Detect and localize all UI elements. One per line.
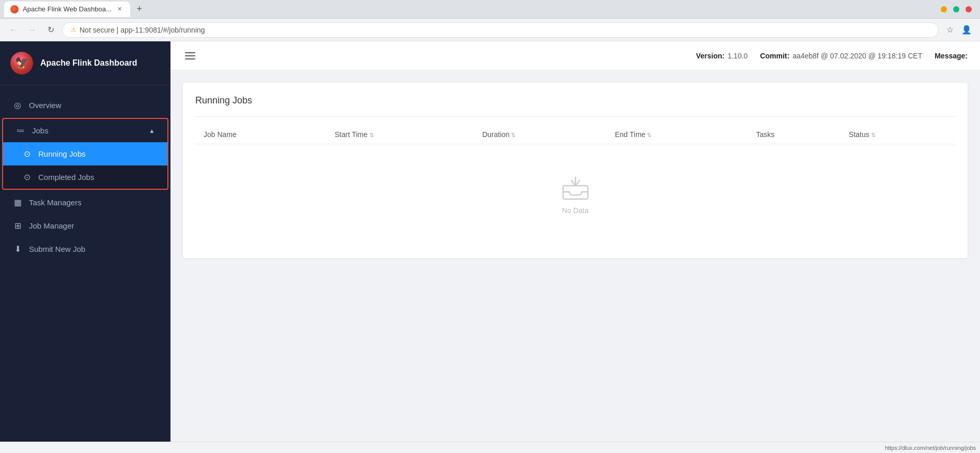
- sidebar-item-label-task-managers: Task Managers: [29, 198, 82, 207]
- jobs-table: Job Name Start Time Duration End Time Ta…: [195, 125, 955, 144]
- job-manager-icon: ⊞: [12, 221, 23, 231]
- hamburger-button[interactable]: [183, 50, 197, 62]
- version-info: Version: 1.10.0: [696, 52, 748, 60]
- sidebar-item-label-overview: Overview: [29, 101, 61, 110]
- col-job-name: Job Name: [195, 125, 326, 144]
- sidebar-logo: 🦅: [10, 52, 33, 74]
- sidebar-item-label-running-jobs: Running Jobs: [38, 149, 86, 158]
- jobs-group-border: ≔ Jobs ▲ ⊙ Running Jobs ⊙ Completed Jobs: [2, 118, 168, 190]
- jobs-icon: ≔: [15, 126, 26, 135]
- jobs-chevron-icon: ▲: [149, 127, 155, 134]
- hamburger-line-2: [185, 55, 195, 56]
- content-area: Running Jobs Job Name Start Time Duratio…: [170, 70, 980, 442]
- reload-button[interactable]: ↻: [43, 23, 58, 37]
- commit-info: Commit: aa4eb8f @ 07.02.2020 @ 19:18:19 …: [760, 52, 922, 60]
- no-data-text: No Data: [562, 206, 588, 215]
- sidebar-item-label-submit-new-job: Submit New Job: [29, 245, 85, 253]
- tab-title: Apache Flink Web Dashboa...: [23, 5, 112, 13]
- running-jobs-card: Running Jobs Job Name Start Time Duratio…: [183, 83, 968, 258]
- sidebar-item-overview[interactable]: ◎ Overview: [0, 94, 170, 117]
- maximize-button[interactable]: [953, 6, 959, 12]
- top-header: Version: 1.10.0 Commit: aa4eb8f @ 07.02.…: [170, 41, 980, 70]
- main-area: Version: 1.10.0 Commit: aa4eb8f @ 07.02.…: [170, 41, 980, 442]
- submit-new-job-icon: ⬇: [12, 244, 23, 254]
- profile-button[interactable]: 👤: [959, 23, 974, 37]
- sidebar-item-job-manager[interactable]: ⊞ Job Manager: [0, 214, 170, 237]
- sidebar-header: 🦅 Apache Flink Dashboard: [0, 41, 170, 85]
- no-data-icon: [559, 175, 592, 200]
- tab-close-button[interactable]: ✕: [116, 5, 124, 13]
- jobs-sub-items: ⊙ Running Jobs ⊙ Completed Jobs: [3, 142, 167, 189]
- message-info: Message:: [935, 52, 968, 60]
- commit-value: aa4eb8f @ 07.02.2020 @ 19:18:19 CET: [792, 52, 922, 60]
- no-data-container: No Data: [195, 144, 955, 246]
- address-bar-actions: ☆ 👤: [943, 23, 974, 37]
- minimize-button[interactable]: [941, 6, 947, 12]
- col-start-time[interactable]: Start Time: [326, 125, 474, 144]
- table-header: Job Name Start Time Duration End Time Ta…: [195, 125, 955, 144]
- security-warning-icon: ⚠: [71, 26, 76, 34]
- header-info: Version: 1.10.0 Commit: aa4eb8f @ 07.02.…: [696, 52, 968, 60]
- running-jobs-icon: ⊙: [22, 149, 32, 159]
- url-input[interactable]: ⚠ Not secure | app-11:9081/#/job/running: [62, 22, 939, 38]
- version-value: 1.10.0: [727, 52, 748, 60]
- col-status[interactable]: Status: [841, 125, 955, 144]
- sidebar: 🦅 Apache Flink Dashboard ◎ Overview ≔ Jo…: [0, 41, 170, 442]
- col-duration[interactable]: Duration: [474, 125, 606, 144]
- version-label: Version:: [696, 52, 724, 60]
- browser-status-bar: https://dlux.com/net/job/running/jobs: [0, 442, 980, 453]
- window-controls: [941, 6, 976, 12]
- tab-favicon: [10, 5, 19, 13]
- section-divider: [195, 116, 955, 117]
- new-tab-button[interactable]: +: [132, 2, 147, 17]
- sidebar-item-submit-new-job[interactable]: ⬇ Submit New Job: [0, 237, 170, 261]
- hamburger-line-3: [185, 58, 195, 59]
- forward-button[interactable]: →: [25, 23, 39, 37]
- col-tasks: Tasks: [748, 125, 841, 144]
- commit-label: Commit:: [760, 52, 789, 60]
- sidebar-title: Apache Flink Dashboard: [40, 58, 137, 68]
- completed-jobs-icon: ⊙: [22, 172, 32, 182]
- sidebar-item-task-managers[interactable]: ▦ Task Managers: [0, 191, 170, 214]
- close-window-button[interactable]: [966, 6, 972, 12]
- sidebar-item-completed-jobs[interactable]: ⊙ Completed Jobs: [3, 165, 167, 189]
- section-title: Running Jobs: [195, 95, 955, 106]
- active-tab[interactable]: Apache Flink Web Dashboa... ✕: [4, 2, 130, 17]
- task-managers-icon: ▦: [12, 198, 23, 207]
- overview-icon: ◎: [12, 100, 23, 110]
- app-container: 🦅 Apache Flink Dashboard ◎ Overview ≔ Jo…: [0, 41, 980, 442]
- col-end-time[interactable]: End Time: [606, 125, 748, 144]
- sidebar-item-label-job-manager: Job Manager: [29, 221, 74, 230]
- back-button[interactable]: ←: [6, 23, 21, 37]
- table-header-row: Job Name Start Time Duration End Time Ta…: [195, 125, 955, 144]
- sidebar-navigation: ◎ Overview ≔ Jobs ▲ ⊙ Running Jobs: [0, 85, 170, 442]
- sidebar-group-jobs-label: Jobs: [32, 126, 49, 135]
- sidebar-group-jobs[interactable]: ≔ Jobs ▲: [3, 119, 167, 142]
- url-text: Not secure | app-11:9081/#/job/running: [80, 26, 205, 34]
- status-url: https://dlux.com/net/job/running/jobs: [885, 445, 976, 451]
- sidebar-item-label-completed-jobs: Completed Jobs: [38, 173, 94, 182]
- address-bar: ← → ↻ ⚠ Not secure | app-11:9081/#/job/r…: [0, 19, 980, 41]
- browser-title-bar: Apache Flink Web Dashboa... ✕ +: [0, 0, 980, 19]
- sidebar-item-running-jobs[interactable]: ⊙ Running Jobs: [3, 142, 167, 165]
- hamburger-line-1: [185, 52, 195, 53]
- logo-icon: 🦅: [15, 56, 29, 70]
- bookmark-button[interactable]: ☆: [943, 23, 957, 37]
- message-label: Message:: [935, 52, 968, 60]
